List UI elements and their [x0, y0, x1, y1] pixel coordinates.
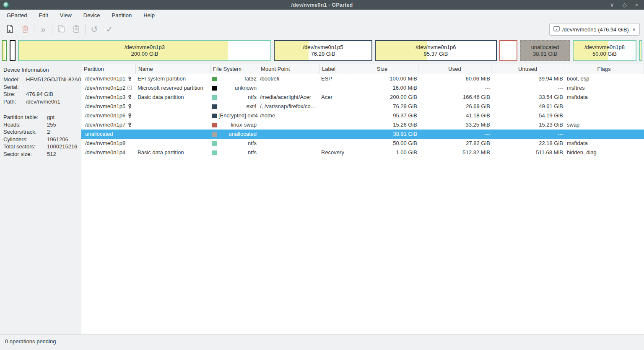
menu-item-edit[interactable]: Edit: [34, 10, 52, 20]
filesystem-color-swatch: [212, 150, 217, 155]
cell-flags: hidden, diag: [564, 148, 644, 157]
column-header-file-system[interactable]: File System: [210, 64, 258, 74]
chevron-down-icon: ∨: [632, 27, 636, 32]
menu-item-partition[interactable]: Partition: [107, 10, 137, 20]
apply-operations-button[interactable]: ✓: [102, 23, 117, 36]
apply-icon: ✓: [106, 25, 113, 34]
menu-item-view[interactable]: View: [55, 10, 76, 20]
cell-label: [319, 83, 346, 93]
table-row-nvme0n1p6[interactable]: /dev/nvme0n1p6[Encrypted] ext4/home95.37…: [81, 111, 644, 120]
column-header-name[interactable]: Name: [136, 64, 210, 74]
cell-unused: 22.18 GiB: [491, 139, 564, 148]
resize-move-button[interactable]: »: [36, 23, 51, 36]
delete-partition-button[interactable]: [18, 23, 33, 36]
cell-used: ---: [418, 83, 491, 93]
cell-unused: 39.94 MiB: [491, 74, 564, 83]
cell-label: [319, 139, 346, 148]
cell-mount-point: [258, 148, 319, 157]
cell-mount-point: [258, 83, 319, 93]
device-selector[interactable]: /dev/nvme0n1 (476.94 GiB) ∨: [549, 23, 640, 36]
filesystem-color-swatch: [212, 114, 217, 118]
table-row-nvme0n1p3[interactable]: /dev/nvme0n1p3Basic data partitionntfs/m…: [81, 93, 644, 102]
table-row-nvme0n1p8[interactable]: /dev/nvme0n1p8ntfs50.00 GiB27.82 GiB22.1…: [81, 139, 644, 148]
column-header-label[interactable]: Label: [319, 64, 346, 74]
table-row-nvme0n1p4[interactable]: /dev/nvme0n1p4Basic data partitionntfsRe…: [81, 148, 644, 157]
column-header-flags[interactable]: Flags: [564, 64, 644, 74]
cell-flags: [564, 111, 644, 120]
cell-name: [136, 102, 210, 111]
cell-filesystem: ntfs: [210, 139, 258, 148]
column-header-partition[interactable]: Partition: [81, 64, 136, 74]
cell-used: 512.32 MiB: [418, 148, 491, 157]
cell-flags: msftres: [564, 83, 644, 93]
cell-used: 33.25 MiB: [418, 120, 491, 130]
partition-bar-segment-unallocated[interactable]: unallocated38.91 GiB: [520, 40, 570, 61]
cell-name: [136, 120, 210, 130]
cell-partition: /dev/nvme0n1p2: [81, 83, 136, 93]
cell-size: 100.00 MiB: [346, 74, 418, 83]
device-info-label: Heads:: [3, 122, 47, 129]
segment-label: /dev/nvme0n1p850.00 GiB: [574, 41, 636, 60]
cell-mount-point: /media/acerlight/Acer: [258, 93, 319, 102]
device-information-title: Device Information: [3, 67, 81, 73]
cell-name: [136, 130, 210, 139]
column-header-unused[interactable]: Unused: [491, 64, 564, 74]
cell-unused: 15.23 GiB: [491, 120, 564, 130]
partition-bar-segment-nvme0n1p4[interactable]: [639, 40, 642, 61]
cell-flags: swap: [564, 120, 644, 130]
partition-bar-segment-nvme0n1p8[interactable]: /dev/nvme0n1p850.00 GiB: [573, 40, 636, 61]
device-info-label: Sector size:: [3, 151, 47, 158]
column-header-mount-point[interactable]: Mount Point: [258, 64, 319, 74]
device-info-value: 1000215216: [47, 143, 81, 150]
mounted-key-icon: [127, 76, 132, 81]
minimize-icon[interactable]: ∨: [610, 2, 614, 8]
filesystem-color-swatch: [212, 123, 217, 127]
table-row-nvme0n1p5[interactable]: /dev/nvme0n1p5ext4/, /var/snap/firefox/c…: [81, 102, 644, 111]
menu-item-device[interactable]: Device: [79, 10, 105, 20]
cell-partition: /dev/nvme0n1p8: [81, 139, 136, 148]
partition-bar-segment-nvme0n1p6[interactable]: /dev/nvme0n1p695.37 GiB: [375, 40, 497, 61]
toolbar-separator: [34, 24, 34, 35]
menubar: GPartedEditViewDevicePartitionHelp: [0, 10, 644, 21]
cell-used: 166.46 GiB: [418, 93, 491, 102]
table-row-nvme0n1p1[interactable]: /dev/nvme0n1p1EFI system partitionfat32/…: [81, 74, 644, 83]
mounted-key-icon: [127, 122, 132, 127]
column-header-used[interactable]: Used: [418, 64, 491, 74]
window-title: /dev/nvme0n1 - GParted: [0, 2, 644, 8]
copy-partition-button[interactable]: [54, 23, 69, 36]
filesystem-color-swatch: [212, 132, 217, 137]
menu-item-gparted[interactable]: GParted: [2, 10, 31, 20]
table-row-nvme0n1p7[interactable]: /dev/nvme0n1p7linux-swap15.26 GiB33.25 M…: [81, 120, 644, 130]
cell-size: 76.29 GiB: [346, 102, 418, 111]
partition-bar-segment-nvme0n1p1[interactable]: [2, 40, 7, 61]
table-row-unallocated[interactable]: unallocatedunallocated38.91 GiB------: [81, 130, 644, 139]
maximize-icon[interactable]: ◇: [622, 2, 626, 8]
cell-name: EFI system partition: [136, 74, 210, 83]
device-info-value: 1961206: [47, 136, 81, 143]
device-info-value: 2: [47, 129, 81, 136]
menu-item-help[interactable]: Help: [139, 10, 159, 20]
table-row-nvme0n1p2[interactable]: /dev/nvme0n1p2Microsoft reserved partiti…: [81, 83, 644, 93]
segment-label: /dev/nvme0n1p695.37 GiB: [376, 41, 496, 60]
undo-button[interactable]: ↺: [87, 23, 102, 36]
cell-used: 27.82 GiB: [418, 139, 491, 148]
cell-unused: 54.19 GiB: [491, 111, 564, 120]
paste-partition-button[interactable]: [69, 23, 84, 36]
cell-filesystem: ntfs: [210, 93, 258, 102]
column-header-size[interactable]: Size: [346, 64, 418, 74]
cell-unused: 511.68 MiB: [491, 148, 564, 157]
partition-bar-segment-nvme0n1p3[interactable]: /dev/nvme0n1p3200.00 GiB: [18, 40, 271, 61]
new-partition-button[interactable]: [3, 23, 18, 36]
cell-unused: ---: [491, 83, 564, 93]
cell-mount-point: [258, 120, 319, 130]
close-icon[interactable]: ×: [635, 2, 638, 8]
cell-label: Recovery: [319, 148, 346, 157]
partition-bar-segment-nvme0n1p7[interactable]: [499, 40, 517, 61]
partition-bar-segment-nvme0n1p2[interactable]: [10, 40, 16, 61]
partition-bar-segment-nvme0n1p5[interactable]: /dev/nvme0n1p576.29 GiB: [274, 40, 372, 61]
device-selector-value: /dev/nvme0n1 (476.94 GiB): [562, 26, 629, 33]
device-info-value: /dev/nvme0n1: [26, 99, 81, 106]
device-info-value: 476.94 GiB: [26, 91, 81, 98]
cell-filesystem: ntfs: [210, 148, 258, 157]
device-info-label: Path:: [3, 99, 26, 106]
